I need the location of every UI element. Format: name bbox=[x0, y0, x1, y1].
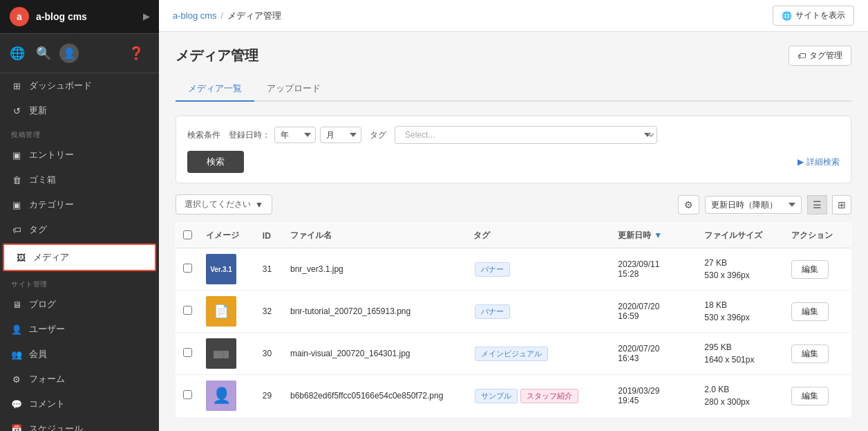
sidebar-item-category[interactable]: ▣ カテゴリー bbox=[0, 192, 159, 217]
sidebar-item-blog[interactable]: 🖥 ブログ bbox=[0, 292, 159, 317]
category-icon: ▣ bbox=[11, 199, 22, 210]
tag-badge: サンプル bbox=[475, 389, 518, 403]
row-updated-cell: 2019/03/2919:45 bbox=[611, 375, 681, 417]
topbar: a-blog cms / メディア管理 🌐 サイトを表示 bbox=[159, 0, 868, 32]
sidebar-item-comment[interactable]: 💬 コメント bbox=[0, 392, 159, 416]
file-size-info: 295 KB 1640 x 501px bbox=[704, 341, 777, 366]
tag-select[interactable]: Select... bbox=[395, 126, 657, 144]
row-thumb-cell: ▓▓▓ bbox=[199, 333, 256, 375]
detail-search-button[interactable]: ▶ 詳細検索 bbox=[798, 156, 840, 168]
main-content: a-blog cms / メディア管理 🌐 サイトを表示 メディア管理 🏷 タグ… bbox=[159, 0, 868, 431]
row-filename-cell: b6b682ed6f5ffcc05166e54c0e850f72.png bbox=[283, 375, 466, 417]
breadcrumb-root[interactable]: a-blog cms bbox=[173, 10, 217, 21]
sidebar-item-blog-label: ブログ bbox=[29, 298, 56, 311]
dimensions-value: 530 x 396px bbox=[704, 269, 777, 282]
table-header-spacer bbox=[681, 223, 697, 248]
sidebar-item-dashboard[interactable]: ⊞ ダッシュボード bbox=[0, 73, 159, 98]
sidebar-toggle-icon[interactable]: ▶ bbox=[143, 12, 149, 21]
tab-media-list[interactable]: メディア一覧 bbox=[176, 77, 254, 102]
row-checkbox[interactable] bbox=[183, 348, 192, 357]
sidebar-item-entry[interactable]: ▣ エントリー bbox=[0, 143, 159, 167]
sidebar-item-form[interactable]: ⚙ フォーム bbox=[0, 367, 159, 392]
edit-button[interactable]: 編集 bbox=[791, 345, 829, 363]
sidebar-item-trash[interactable]: 🗑 ゴミ箱 bbox=[0, 167, 159, 192]
month-select[interactable]: 月 bbox=[320, 127, 361, 143]
row-filesize-cell: 2.0 KB 280 x 300px bbox=[697, 375, 784, 417]
filesize-value: 27 KB bbox=[704, 257, 777, 269]
sidebar-item-comment-label: コメント bbox=[29, 398, 65, 410]
edit-button[interactable]: 編集 bbox=[791, 302, 829, 321]
search-button[interactable]: 検索 bbox=[187, 151, 244, 173]
list-toolbar-left: 選択してください ▼ bbox=[176, 194, 272, 214]
list-view-button[interactable]: ☰ bbox=[807, 195, 827, 214]
row-filesize-cell: 295 KB 1640 x 501px bbox=[697, 333, 784, 375]
row-action-cell: 編集 bbox=[784, 375, 851, 417]
row-id-cell: 32 bbox=[256, 291, 283, 333]
trash-icon: 🗑 bbox=[11, 174, 22, 185]
sidebar-item-member-label: 会員 bbox=[29, 348, 47, 360]
page-title: メディア管理 bbox=[176, 46, 258, 65]
row-tags-cell: サンプルスタッフ紹介 bbox=[466, 375, 611, 417]
comment-icon: 💬 bbox=[11, 398, 22, 410]
search-btn-label: 検索 bbox=[207, 156, 225, 167]
topbar-right: 🌐 サイトを表示 bbox=[773, 6, 854, 26]
bulk-action-select[interactable]: 選択してください ▼ bbox=[176, 194, 272, 214]
row-filename-cell: bnr_ver3.1.jpg bbox=[283, 248, 466, 291]
app-logo-icon: a bbox=[10, 7, 29, 26]
tabs: メディア一覧 アップロード bbox=[176, 77, 851, 102]
sidebar-logo[interactable]: a a-blog cms ▶ bbox=[0, 0, 159, 34]
row-thumb-cell: Ver.3.1 bbox=[199, 248, 256, 291]
breadcrumb-separator: / bbox=[221, 10, 224, 21]
row-checkbox[interactable] bbox=[183, 306, 192, 315]
search-icon[interactable]: 🔍 bbox=[30, 39, 57, 67]
tag-badge: スタッフ紹介 bbox=[520, 389, 578, 403]
row-checkbox-cell bbox=[176, 248, 200, 291]
edit-button[interactable]: 編集 bbox=[791, 260, 829, 279]
sidebar-item-tag[interactable]: 🏷 タグ bbox=[0, 217, 159, 242]
help-icon[interactable]: ❓ bbox=[123, 39, 149, 67]
sidebar-item-entry-label: エントリー bbox=[29, 149, 74, 161]
sidebar-item-media[interactable]: 🖼 メディア bbox=[3, 244, 156, 271]
search-btn-row: 検索 ▶ 詳細検索 bbox=[187, 151, 840, 173]
update-icon: ↺ bbox=[11, 105, 22, 116]
row-checkbox-cell bbox=[176, 375, 200, 417]
grid-view-button[interactable]: ⊞ bbox=[832, 195, 851, 214]
year-select[interactable]: 年 bbox=[274, 127, 316, 143]
row-checkbox[interactable] bbox=[183, 264, 192, 273]
settings-gear-button[interactable]: ⚙ bbox=[678, 195, 699, 214]
globe-icon[interactable]: 🌐 bbox=[10, 39, 30, 67]
sidebar-item-member[interactable]: 👥 会員 bbox=[0, 342, 159, 367]
dimensions-value: 530 x 396px bbox=[704, 311, 777, 324]
table-header-checkbox bbox=[176, 223, 200, 248]
filesize-value: 2.0 KB bbox=[704, 383, 777, 396]
sidebar-item-update[interactable]: ↺ 更新 bbox=[0, 98, 159, 123]
breadcrumb: a-blog cms / メディア管理 bbox=[173, 10, 281, 22]
row-tags-cell: バナー bbox=[466, 248, 611, 291]
tag-badge: バナー bbox=[475, 262, 510, 277]
sidebar-item-user[interactable]: 👤 ユーザー bbox=[0, 317, 159, 342]
tab-upload[interactable]: アップロード bbox=[254, 77, 333, 102]
row-filename-cell: main-visual_200720_164301.jpg bbox=[283, 333, 466, 375]
tag-badge: メインビジュアル bbox=[475, 347, 548, 361]
select-all-checkbox[interactable] bbox=[183, 230, 192, 239]
tag-management-button[interactable]: 🏷 タグ管理 bbox=[789, 46, 851, 66]
file-size-info: 2.0 KB 280 x 300px bbox=[704, 383, 777, 408]
search-row: 検索条件 登録日時： 年 月 タグ Select... bbox=[187, 126, 840, 144]
sidebar-item-form-label: フォーム bbox=[29, 373, 65, 385]
section-site-label: サイト管理 bbox=[0, 273, 159, 292]
table-header-updated[interactable]: 更新日時▼ bbox=[611, 223, 681, 248]
row-id-cell: 30 bbox=[256, 333, 283, 375]
table-header-action: アクション bbox=[784, 223, 851, 248]
edit-button[interactable]: 編集 bbox=[791, 387, 829, 405]
filesize-value: 18 KB bbox=[704, 299, 777, 311]
row-checkbox[interactable] bbox=[183, 390, 192, 399]
sort-select[interactable]: 更新日時（降順） bbox=[705, 196, 802, 214]
row-thumb-cell: 👤 bbox=[199, 375, 256, 417]
row-id-cell: 31 bbox=[256, 248, 283, 291]
table-header-image: イメージ bbox=[199, 223, 256, 248]
user-avatar-icon[interactable]: 👤 bbox=[59, 44, 79, 63]
site-view-button[interactable]: 🌐 サイトを表示 bbox=[773, 6, 854, 26]
user-icon: 👤 bbox=[11, 324, 22, 335]
thumbnail: 📄 bbox=[206, 296, 236, 327]
sidebar-item-schedule[interactable]: 📅 スケジュール bbox=[0, 416, 159, 431]
